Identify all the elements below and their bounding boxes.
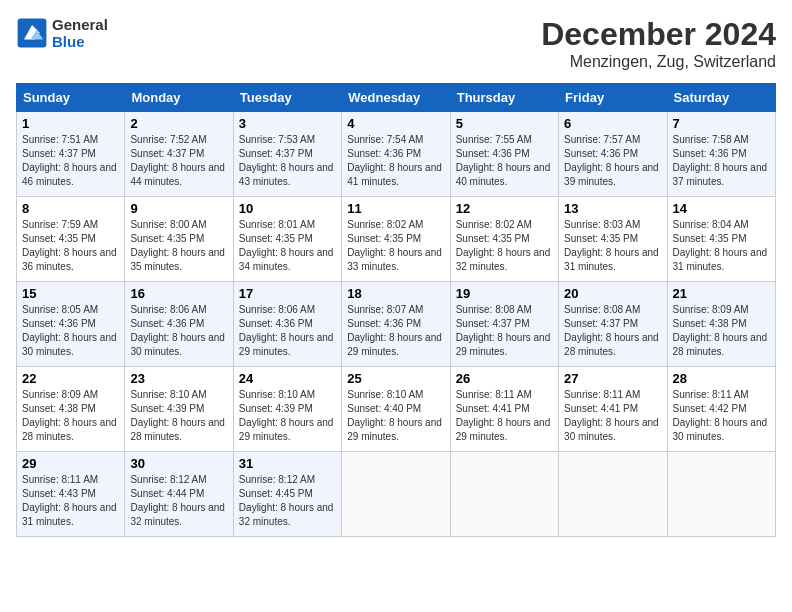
- day-cell: 9Sunrise: 8:00 AMSunset: 4:35 PMDaylight…: [125, 197, 233, 282]
- day-number: 31: [239, 456, 336, 471]
- day-number: 6: [564, 116, 661, 131]
- day-cell: 30Sunrise: 8:12 AMSunset: 4:44 PMDayligh…: [125, 452, 233, 537]
- day-number: 17: [239, 286, 336, 301]
- day-cell: 1Sunrise: 7:51 AMSunset: 4:37 PMDaylight…: [17, 112, 125, 197]
- week-row-4: 22Sunrise: 8:09 AMSunset: 4:38 PMDayligh…: [17, 367, 776, 452]
- day-number: 9: [130, 201, 227, 216]
- calendar-table: SundayMondayTuesdayWednesdayThursdayFrid…: [16, 83, 776, 537]
- day-info: Sunrise: 8:08 AMSunset: 4:37 PMDaylight:…: [564, 303, 661, 359]
- week-row-2: 8Sunrise: 7:59 AMSunset: 4:35 PMDaylight…: [17, 197, 776, 282]
- day-cell: [342, 452, 450, 537]
- day-info: Sunrise: 8:11 AMSunset: 4:41 PMDaylight:…: [564, 388, 661, 444]
- day-info: Sunrise: 7:52 AMSunset: 4:37 PMDaylight:…: [130, 133, 227, 189]
- day-info: Sunrise: 8:12 AMSunset: 4:45 PMDaylight:…: [239, 473, 336, 529]
- day-info: Sunrise: 8:08 AMSunset: 4:37 PMDaylight:…: [456, 303, 553, 359]
- header-tuesday: Tuesday: [233, 84, 341, 112]
- day-number: 10: [239, 201, 336, 216]
- day-info: Sunrise: 8:11 AMSunset: 4:41 PMDaylight:…: [456, 388, 553, 444]
- day-info: Sunrise: 8:10 AMSunset: 4:39 PMDaylight:…: [130, 388, 227, 444]
- day-info: Sunrise: 8:11 AMSunset: 4:43 PMDaylight:…: [22, 473, 119, 529]
- day-number: 23: [130, 371, 227, 386]
- day-cell: 2Sunrise: 7:52 AMSunset: 4:37 PMDaylight…: [125, 112, 233, 197]
- logo-text: General Blue: [52, 16, 108, 50]
- day-cell: 23Sunrise: 8:10 AMSunset: 4:39 PMDayligh…: [125, 367, 233, 452]
- day-cell: 10Sunrise: 8:01 AMSunset: 4:35 PMDayligh…: [233, 197, 341, 282]
- day-info: Sunrise: 8:00 AMSunset: 4:35 PMDaylight:…: [130, 218, 227, 274]
- day-number: 19: [456, 286, 553, 301]
- header-friday: Friday: [559, 84, 667, 112]
- day-info: Sunrise: 7:57 AMSunset: 4:36 PMDaylight:…: [564, 133, 661, 189]
- day-cell: 19Sunrise: 8:08 AMSunset: 4:37 PMDayligh…: [450, 282, 558, 367]
- day-cell: [450, 452, 558, 537]
- day-info: Sunrise: 7:53 AMSunset: 4:37 PMDaylight:…: [239, 133, 336, 189]
- day-cell: 13Sunrise: 8:03 AMSunset: 4:35 PMDayligh…: [559, 197, 667, 282]
- header-sunday: Sunday: [17, 84, 125, 112]
- day-number: 29: [22, 456, 119, 471]
- day-number: 20: [564, 286, 661, 301]
- day-number: 27: [564, 371, 661, 386]
- day-cell: 18Sunrise: 8:07 AMSunset: 4:36 PMDayligh…: [342, 282, 450, 367]
- day-cell: 28Sunrise: 8:11 AMSunset: 4:42 PMDayligh…: [667, 367, 775, 452]
- header-wednesday: Wednesday: [342, 84, 450, 112]
- day-info: Sunrise: 7:59 AMSunset: 4:35 PMDaylight:…: [22, 218, 119, 274]
- day-cell: 4Sunrise: 7:54 AMSunset: 4:36 PMDaylight…: [342, 112, 450, 197]
- day-info: Sunrise: 8:05 AMSunset: 4:36 PMDaylight:…: [22, 303, 119, 359]
- week-row-3: 15Sunrise: 8:05 AMSunset: 4:36 PMDayligh…: [17, 282, 776, 367]
- day-number: 7: [673, 116, 770, 131]
- day-cell: [667, 452, 775, 537]
- day-cell: 7Sunrise: 7:58 AMSunset: 4:36 PMDaylight…: [667, 112, 775, 197]
- day-number: 13: [564, 201, 661, 216]
- day-number: 5: [456, 116, 553, 131]
- day-cell: 25Sunrise: 8:10 AMSunset: 4:40 PMDayligh…: [342, 367, 450, 452]
- day-info: Sunrise: 8:10 AMSunset: 4:40 PMDaylight:…: [347, 388, 444, 444]
- day-number: 30: [130, 456, 227, 471]
- header-thursday: Thursday: [450, 84, 558, 112]
- day-cell: 15Sunrise: 8:05 AMSunset: 4:36 PMDayligh…: [17, 282, 125, 367]
- calendar-header-row: SundayMondayTuesdayWednesdayThursdayFrid…: [17, 84, 776, 112]
- day-cell: 26Sunrise: 8:11 AMSunset: 4:41 PMDayligh…: [450, 367, 558, 452]
- day-cell: 20Sunrise: 8:08 AMSunset: 4:37 PMDayligh…: [559, 282, 667, 367]
- header-saturday: Saturday: [667, 84, 775, 112]
- day-cell: 11Sunrise: 8:02 AMSunset: 4:35 PMDayligh…: [342, 197, 450, 282]
- day-cell: 16Sunrise: 8:06 AMSunset: 4:36 PMDayligh…: [125, 282, 233, 367]
- day-cell: 12Sunrise: 8:02 AMSunset: 4:35 PMDayligh…: [450, 197, 558, 282]
- day-number: 2: [130, 116, 227, 131]
- day-info: Sunrise: 8:07 AMSunset: 4:36 PMDaylight:…: [347, 303, 444, 359]
- day-number: 3: [239, 116, 336, 131]
- day-cell: 5Sunrise: 7:55 AMSunset: 4:36 PMDaylight…: [450, 112, 558, 197]
- day-cell: 21Sunrise: 8:09 AMSunset: 4:38 PMDayligh…: [667, 282, 775, 367]
- day-number: 25: [347, 371, 444, 386]
- day-info: Sunrise: 7:51 AMSunset: 4:37 PMDaylight:…: [22, 133, 119, 189]
- day-info: Sunrise: 8:02 AMSunset: 4:35 PMDaylight:…: [456, 218, 553, 274]
- day-info: Sunrise: 8:06 AMSunset: 4:36 PMDaylight:…: [130, 303, 227, 359]
- day-number: 16: [130, 286, 227, 301]
- header-monday: Monday: [125, 84, 233, 112]
- week-row-5: 29Sunrise: 8:11 AMSunset: 4:43 PMDayligh…: [17, 452, 776, 537]
- day-number: 11: [347, 201, 444, 216]
- location-title: Menzingen, Zug, Switzerland: [541, 53, 776, 71]
- day-number: 21: [673, 286, 770, 301]
- day-cell: 6Sunrise: 7:57 AMSunset: 4:36 PMDaylight…: [559, 112, 667, 197]
- title-area: December 2024 Menzingen, Zug, Switzerlan…: [541, 16, 776, 71]
- day-info: Sunrise: 8:10 AMSunset: 4:39 PMDaylight:…: [239, 388, 336, 444]
- day-number: 4: [347, 116, 444, 131]
- day-cell: [559, 452, 667, 537]
- day-number: 14: [673, 201, 770, 216]
- day-number: 1: [22, 116, 119, 131]
- day-cell: 8Sunrise: 7:59 AMSunset: 4:35 PMDaylight…: [17, 197, 125, 282]
- logo-icon: [16, 17, 48, 49]
- day-number: 28: [673, 371, 770, 386]
- day-number: 8: [22, 201, 119, 216]
- day-cell: 14Sunrise: 8:04 AMSunset: 4:35 PMDayligh…: [667, 197, 775, 282]
- day-info: Sunrise: 8:09 AMSunset: 4:38 PMDaylight:…: [673, 303, 770, 359]
- day-cell: 3Sunrise: 7:53 AMSunset: 4:37 PMDaylight…: [233, 112, 341, 197]
- day-info: Sunrise: 8:11 AMSunset: 4:42 PMDaylight:…: [673, 388, 770, 444]
- day-number: 15: [22, 286, 119, 301]
- day-cell: 17Sunrise: 8:06 AMSunset: 4:36 PMDayligh…: [233, 282, 341, 367]
- day-cell: 22Sunrise: 8:09 AMSunset: 4:38 PMDayligh…: [17, 367, 125, 452]
- day-number: 12: [456, 201, 553, 216]
- day-number: 24: [239, 371, 336, 386]
- logo: General Blue: [16, 16, 108, 50]
- day-number: 26: [456, 371, 553, 386]
- day-number: 22: [22, 371, 119, 386]
